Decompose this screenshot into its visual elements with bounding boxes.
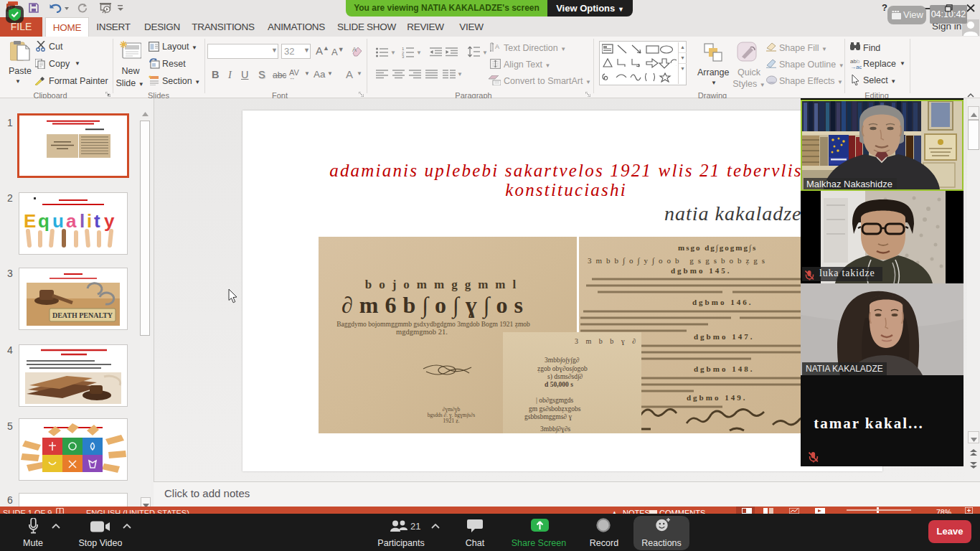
svg-text:dgbmo 149.: dgbmo 149. xyxy=(687,393,747,402)
svg-text:DEATH PENALTY: DEATH PENALTY xyxy=(52,311,113,319)
svg-text:msgo dg∫gogmg∫s: msgo dg∫gogmg∫s xyxy=(678,243,757,253)
svg-text:3mbb∫∂ɣ∂s: 3mbb∫∂ɣ∂s xyxy=(540,425,570,433)
svg-text:∂m6b∫o∫ɣ∫os: ∂m6b∫o∫ɣ∫os xyxy=(341,292,529,319)
svg-text:s) dsms∂sd∫∂: s) dsms∂sd∫∂ xyxy=(547,373,583,381)
svg-text:3 m b b ɣ ∂: 3 m b b ɣ ∂ xyxy=(575,337,639,345)
svg-text:dgbmo 147.: dgbmo 147. xyxy=(694,332,754,341)
svg-text:mgdgmgmob 21.: mgdgmgmob 21. xyxy=(396,328,448,336)
svg-text:3: 3 xyxy=(402,55,405,58)
svg-text:dgbmo 148.: dgbmo 148. xyxy=(694,364,754,373)
svg-text:3mbb∫o∫y∫g∂: 3mbb∫o∫y∫g∂ xyxy=(545,357,580,364)
svg-text:dgbmo 146.: dgbmo 146. xyxy=(692,298,753,306)
svg-text:dgbmo 145.: dgbmo 145. xyxy=(671,266,731,275)
svg-text:y: y xyxy=(104,210,115,232)
svg-text:A: A xyxy=(495,43,499,50)
svg-text:3mbb∫o∫y∫oob gsgsbobẓgs: 3mbb∫o∫y∫oob gsgsbobẓgs xyxy=(588,256,769,265)
svg-text:t: t xyxy=(94,210,100,232)
svg-text:bojommggmml: bojommggmml xyxy=(365,278,523,291)
svg-text:u: u xyxy=(52,210,64,232)
svg-text:d 50,000 s: d 50,000 s xyxy=(545,381,573,388)
svg-text:1921 ẓ.: 1921 ẓ. xyxy=(443,418,460,424)
svg-text:q: q xyxy=(38,210,50,232)
svg-text:E: E xyxy=(24,210,36,232)
svg-text:a: a xyxy=(66,210,77,232)
svg-text:gm gs∂sbobẓxgobs: gm gs∂sbobẓxgobs xyxy=(529,405,581,413)
svg-text:A: A xyxy=(352,46,357,53)
svg-text:→ac: →ac xyxy=(850,64,862,69)
svg-text:ẓgob obɣ∂os∫ogob: ẓgob obɣ∂os∫ogob xyxy=(537,365,588,373)
svg-text:gsbbsbmggms∂ ɣ: gsbbsbmggms∂ ɣ xyxy=(524,413,572,420)
svg-text:l: l xyxy=(80,210,85,232)
svg-text:i: i xyxy=(87,210,92,232)
svg-text:| ob∂gsgmgds: | ob∂gsgmgds xyxy=(536,397,574,404)
